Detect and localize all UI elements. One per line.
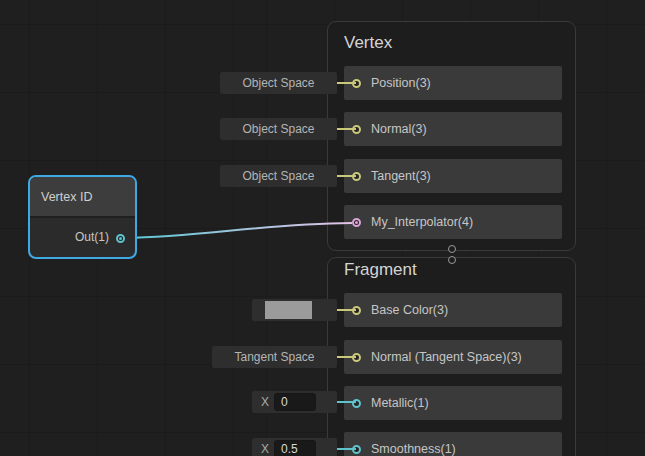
connected-port-dot xyxy=(355,221,358,224)
node-title: Vertex ID xyxy=(41,190,92,204)
metallic-float-widget: X xyxy=(252,391,337,413)
stack-row-tangent[interactable]: Tangent(3) xyxy=(344,159,562,193)
smoothness-float-widget: X xyxy=(252,438,337,456)
space-selector-normal[interactable]: Object Space xyxy=(220,118,337,140)
space-selector-tangent[interactable]: Object Space xyxy=(220,165,337,187)
stack-row-normal-tangent-space[interactable]: Normal (Tangent Space)(3) xyxy=(344,340,562,374)
float-port-icon[interactable] xyxy=(352,399,361,408)
stack-row-label: Position(3) xyxy=(371,66,431,100)
color-swatch[interactable] xyxy=(265,301,312,319)
node-output-label: Out(1) xyxy=(75,230,109,244)
space-selector-normal-ts[interactable]: Tangent Space xyxy=(212,346,337,368)
stack-row-position[interactable]: Position(3) xyxy=(344,66,562,100)
x-component-label: X xyxy=(261,395,269,409)
connected-port-dot xyxy=(119,237,122,240)
stack-row-metallic[interactable]: Metallic(1) xyxy=(344,386,562,420)
space-selector-label: Object Space xyxy=(242,169,314,183)
stack-row-label: Metallic(1) xyxy=(371,386,429,420)
vertex-context-title: Vertex xyxy=(344,34,392,52)
stack-row-smoothness[interactable]: Smoothness(1) xyxy=(344,432,562,456)
space-selector-label: Tangent Space xyxy=(234,350,314,364)
base-color-field[interactable] xyxy=(252,299,337,321)
stack-row-label: Smoothness(1) xyxy=(371,432,456,456)
space-selector-label: Object Space xyxy=(242,122,314,136)
metallic-value-input[interactable] xyxy=(274,393,316,411)
context-divider-handle-bottom xyxy=(448,256,456,264)
fragment-context-title: Fragment xyxy=(344,261,417,279)
node-title-bar[interactable]: Vertex ID xyxy=(30,177,135,218)
stack-row-label: Normal(3) xyxy=(371,112,427,146)
space-selector-position[interactable]: Object Space xyxy=(220,72,337,94)
stack-row-label: Tangent(3) xyxy=(371,159,431,193)
stack-row-normal[interactable]: Normal(3) xyxy=(344,112,562,146)
stack-row-label: Normal (Tangent Space)(3) xyxy=(371,340,522,374)
edge-connection[interactable] xyxy=(124,223,352,238)
x-component-label: X xyxy=(261,442,269,456)
stack-row-base-color[interactable]: Base Color(3) xyxy=(344,293,562,327)
stack-row-my-interpolator[interactable]: My_Interpolator(4) xyxy=(344,205,562,239)
stack-row-label: Base Color(3) xyxy=(371,293,448,327)
vector4-port-icon[interactable] xyxy=(352,218,361,227)
vertex-id-node[interactable]: Vertex ID Out(1) xyxy=(28,175,137,259)
stack-row-label: My_Interpolator(4) xyxy=(371,205,473,239)
context-divider-handle-top xyxy=(448,245,456,253)
graph-canvas[interactable]: Vertex Fragment Position(3) Normal(3) Ta… xyxy=(0,0,645,456)
float-output-port-icon[interactable] xyxy=(116,234,125,243)
space-selector-label: Object Space xyxy=(242,76,314,90)
smoothness-value-input[interactable] xyxy=(274,440,316,456)
